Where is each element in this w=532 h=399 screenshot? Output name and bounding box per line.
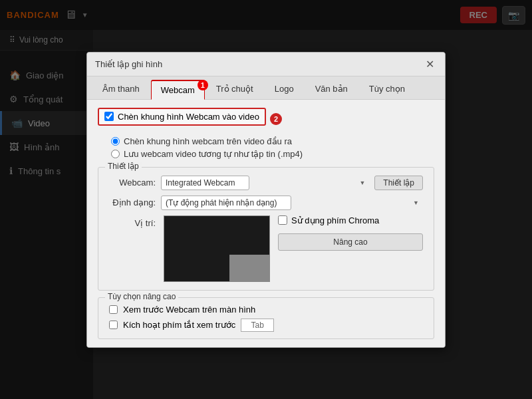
chroma-row: Sử dụng phím Chroma	[278, 215, 423, 225]
adv-group-label: Tùy chọn nâng cao	[105, 292, 178, 301]
tab-key-input[interactable]	[241, 319, 274, 332]
dinhdang-select-wrapper: (Tự động phát hiện nhận dạng)	[161, 196, 423, 210]
webcam-select-wrapper: Integrated Webcam	[161, 176, 369, 190]
dialog-title: Thiết lập ghi hình	[95, 59, 162, 69]
webcam-select[interactable]: Integrated Webcam	[161, 176, 249, 190]
chroma-label: Sử dụng phím Chroma	[291, 215, 379, 225]
dialog-tabs: Âm thanh Webcam 1 Trỏ chuột Logo Văn bản…	[87, 76, 445, 100]
settings-group-label: Thiết lập	[105, 162, 142, 171]
tab-tuy-chon[interactable]: Tùy chọn	[359, 79, 415, 99]
dinhdang-select[interactable]: (Tự động phát hiện nhận dạng)	[161, 196, 291, 210]
tab-badge-1: 1	[198, 80, 208, 90]
nangcao-button[interactable]: Nâng cao	[278, 233, 423, 251]
tab-am-thanh[interactable]: Âm thanh	[92, 79, 150, 99]
radio-insert[interactable]	[111, 137, 120, 146]
radio-save[interactable]	[111, 150, 120, 158]
vitri-row: Vị trí: Sử dụng phím Chroma Nâng cao	[109, 215, 423, 282]
tab-tro-chuot[interactable]: Trỏ chuột	[206, 79, 263, 99]
xem-truoc-label: Xem trước Webcam trên màn hình	[123, 305, 255, 315]
chroma-checkbox[interactable]	[278, 215, 287, 225]
dialog-thiet-lap: Thiết lập ghi hình ✕ Âm thanh Webcam 1 T…	[86, 52, 446, 348]
dialog-titlebar: Thiết lập ghi hình ✕	[87, 53, 445, 76]
kich-hoat-checkbox[interactable]	[109, 321, 118, 329]
thietlap-button[interactable]: Thiết lập	[374, 176, 423, 190]
radio-label-1: Chèn khung hình webcam trên video đầu ra	[124, 136, 292, 146]
radio-row-2: Lưu webcam video tương tự như tập tin (.…	[111, 149, 434, 159]
xem-truoc-checkbox[interactable]	[109, 305, 118, 314]
kich-hoat-label: Kích hoạt phím tắt xem trước	[123, 320, 235, 330]
app-background: BANDICAM 🖥 ▼ REC 📷 ⠿ Vui lòng cho 🏠 Giao…	[0, 0, 532, 399]
main-checkbox-label: Chèn khung hình Webcam vào video	[118, 112, 259, 122]
main-checkbox[interactable]	[104, 112, 114, 121]
badge-2: 2	[270, 113, 282, 125]
adv-row-2: Kích hoạt phím tắt xem trước	[109, 319, 423, 332]
adv-row-1: Xem trước Webcam trên màn hình	[109, 305, 423, 315]
close-button[interactable]: ✕	[423, 58, 437, 70]
radio-label-2: Lưu webcam video tương tự như tập tin (.…	[124, 149, 303, 159]
dinhdang-label: Định dạng:	[109, 198, 156, 207]
modal-overlay: Thiết lập ghi hình ✕ Âm thanh Webcam 1 T…	[0, 0, 532, 399]
webcam-preview-inner	[229, 255, 269, 281]
radio-row-1: Chèn khung hình webcam trên video đầu ra	[111, 136, 434, 146]
radio-group: Chèn khung hình webcam trên video đầu ra…	[111, 136, 434, 159]
vitri-label: Vị trí:	[109, 215, 156, 228]
webcam-preview	[164, 215, 270, 282]
chroma-section: Sử dụng phím Chroma Nâng cao	[278, 215, 423, 251]
tab-logo[interactable]: Logo	[265, 79, 304, 99]
adv-group: Tùy chọn nâng cao Xem trước Webcam trên …	[98, 297, 434, 339]
webcam-row: Webcam: Integrated Webcam Thiết lập	[109, 176, 423, 190]
tab-van-ban[interactable]: Văn bản	[305, 79, 358, 99]
webcam-label: Webcam:	[109, 178, 156, 188]
settings-group: Thiết lập Webcam: Integrated Webcam Thiế…	[98, 167, 434, 291]
main-checkbox-wrapper: Chèn khung hình Webcam vào video	[98, 108, 266, 126]
dinhdang-row: Định dạng: (Tự động phát hiện nhận dạng)	[109, 196, 423, 210]
tab-webcam[interactable]: Webcam 1	[151, 80, 205, 100]
dialog-body: Chèn khung hình Webcam vào video 2 Chèn …	[87, 100, 445, 347]
